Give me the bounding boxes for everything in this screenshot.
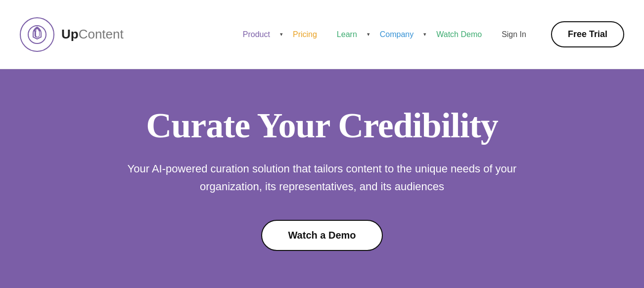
watch-demo-button[interactable]: Watch a Demo: [261, 220, 382, 251]
hero-title: Curate Your Credibility: [146, 106, 498, 145]
nav-item-company[interactable]: Company: [370, 26, 423, 43]
logo-icon: U: [20, 17, 54, 52]
nav-item-learn[interactable]: Learn: [327, 26, 367, 43]
chevron-down-icon: ▾: [280, 31, 283, 38]
logo-text: UpContent: [61, 27, 124, 42]
nav-item-watch-demo[interactable]: Watch Demo: [426, 26, 492, 43]
main-nav: Product▾ Pricing Learn▾ Company▾ Watch D…: [233, 26, 536, 43]
nav-item-product[interactable]: Product: [233, 26, 280, 43]
chevron-down-icon: ▾: [367, 31, 370, 38]
logo[interactable]: U UpContent: [20, 17, 124, 52]
free-trial-button[interactable]: Free Trial: [551, 21, 624, 47]
chevron-down-icon: ▾: [423, 31, 426, 38]
hero-subtitle: Your AI-powered curation solution that t…: [119, 160, 525, 195]
nav-item-sign-in[interactable]: Sign In: [492, 26, 536, 43]
header: U UpContent Product▾ Pricing Learn▾ Comp…: [0, 0, 644, 69]
hero-section: Curate Your Credibility Your AI-powered …: [0, 69, 644, 288]
nav-item-pricing[interactable]: Pricing: [283, 26, 327, 43]
